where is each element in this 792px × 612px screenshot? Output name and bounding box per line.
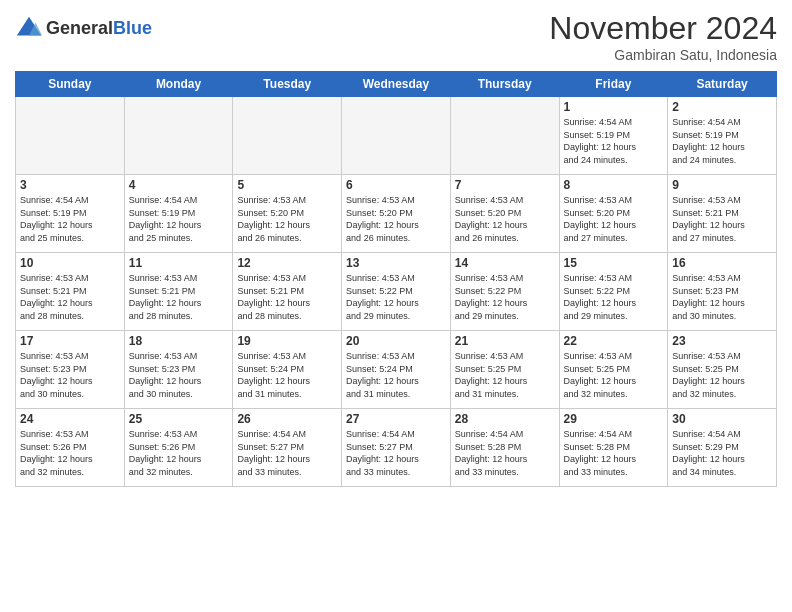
cell-info: and 29 minutes. bbox=[455, 310, 555, 323]
cell-info: Sunrise: 4:53 AM bbox=[564, 194, 664, 207]
day-number: 10 bbox=[20, 256, 120, 270]
day-number: 13 bbox=[346, 256, 446, 270]
cell-info: and 24 minutes. bbox=[672, 154, 772, 167]
logo: General Blue bbox=[15, 15, 152, 43]
cell-info: Daylight: 12 hours bbox=[672, 297, 772, 310]
cell-info: and 33 minutes. bbox=[346, 466, 446, 479]
header: General Blue November 2024 Gambiran Satu… bbox=[15, 10, 777, 63]
cell-info: and 32 minutes. bbox=[20, 466, 120, 479]
cell-info: Sunset: 5:23 PM bbox=[129, 363, 229, 376]
cell-info: Sunrise: 4:53 AM bbox=[455, 194, 555, 207]
cell-info: Sunset: 5:21 PM bbox=[20, 285, 120, 298]
week-row-5: 24Sunrise: 4:53 AMSunset: 5:26 PMDayligh… bbox=[16, 409, 777, 487]
cell-info: Sunset: 5:27 PM bbox=[237, 441, 337, 454]
cell-info: Daylight: 12 hours bbox=[346, 219, 446, 232]
cell-info: and 27 minutes. bbox=[672, 232, 772, 245]
cell-info: Daylight: 12 hours bbox=[20, 297, 120, 310]
cell-info: and 27 minutes. bbox=[564, 232, 664, 245]
cell-info: and 24 minutes. bbox=[564, 154, 664, 167]
weekday-header-thursday: Thursday bbox=[450, 72, 559, 97]
cell-info: and 26 minutes. bbox=[346, 232, 446, 245]
cell-info: Daylight: 12 hours bbox=[129, 375, 229, 388]
day-number: 29 bbox=[564, 412, 664, 426]
cell-info: Sunset: 5:21 PM bbox=[672, 207, 772, 220]
cell-info: Daylight: 12 hours bbox=[455, 297, 555, 310]
calendar-cell: 12Sunrise: 4:53 AMSunset: 5:21 PMDayligh… bbox=[233, 253, 342, 331]
cell-info: Daylight: 12 hours bbox=[346, 297, 446, 310]
cell-info: and 26 minutes. bbox=[237, 232, 337, 245]
cell-info: and 29 minutes. bbox=[564, 310, 664, 323]
cell-info: and 31 minutes. bbox=[237, 388, 337, 401]
cell-info: Daylight: 12 hours bbox=[129, 453, 229, 466]
logo-icon bbox=[15, 15, 43, 43]
cell-info: and 28 minutes. bbox=[20, 310, 120, 323]
cell-info: Sunrise: 4:53 AM bbox=[346, 272, 446, 285]
month-title: November 2024 bbox=[549, 10, 777, 47]
cell-info: Sunset: 5:28 PM bbox=[455, 441, 555, 454]
cell-info: Sunset: 5:21 PM bbox=[237, 285, 337, 298]
cell-info: Sunrise: 4:53 AM bbox=[20, 428, 120, 441]
week-row-1: 1Sunrise: 4:54 AMSunset: 5:19 PMDaylight… bbox=[16, 97, 777, 175]
cell-info: Sunset: 5:26 PM bbox=[20, 441, 120, 454]
cell-info: and 30 minutes. bbox=[20, 388, 120, 401]
calendar-cell: 6Sunrise: 4:53 AMSunset: 5:20 PMDaylight… bbox=[342, 175, 451, 253]
calendar-cell: 30Sunrise: 4:54 AMSunset: 5:29 PMDayligh… bbox=[668, 409, 777, 487]
cell-info: Sunset: 5:20 PM bbox=[237, 207, 337, 220]
cell-info: Daylight: 12 hours bbox=[672, 453, 772, 466]
cell-info: Sunrise: 4:53 AM bbox=[455, 272, 555, 285]
day-number: 21 bbox=[455, 334, 555, 348]
calendar-cell: 16Sunrise: 4:53 AMSunset: 5:23 PMDayligh… bbox=[668, 253, 777, 331]
calendar-cell: 11Sunrise: 4:53 AMSunset: 5:21 PMDayligh… bbox=[124, 253, 233, 331]
page-container: General Blue November 2024 Gambiran Satu… bbox=[0, 0, 792, 497]
calendar-cell: 22Sunrise: 4:53 AMSunset: 5:25 PMDayligh… bbox=[559, 331, 668, 409]
cell-info: Sunrise: 4:54 AM bbox=[564, 116, 664, 129]
cell-info: and 28 minutes. bbox=[129, 310, 229, 323]
cell-info: and 25 minutes. bbox=[129, 232, 229, 245]
cell-info: Daylight: 12 hours bbox=[20, 219, 120, 232]
cell-info: Sunrise: 4:53 AM bbox=[129, 428, 229, 441]
day-number: 12 bbox=[237, 256, 337, 270]
cell-info: Sunset: 5:21 PM bbox=[129, 285, 229, 298]
day-number: 4 bbox=[129, 178, 229, 192]
cell-info: and 34 minutes. bbox=[672, 466, 772, 479]
weekday-header-row: SundayMondayTuesdayWednesdayThursdayFrid… bbox=[16, 72, 777, 97]
day-number: 16 bbox=[672, 256, 772, 270]
cell-info: Sunset: 5:26 PM bbox=[129, 441, 229, 454]
cell-info: and 30 minutes. bbox=[672, 310, 772, 323]
day-number: 26 bbox=[237, 412, 337, 426]
calendar-cell: 19Sunrise: 4:53 AMSunset: 5:24 PMDayligh… bbox=[233, 331, 342, 409]
cell-info: Daylight: 12 hours bbox=[672, 141, 772, 154]
cell-info: and 33 minutes. bbox=[564, 466, 664, 479]
cell-info: Sunset: 5:25 PM bbox=[564, 363, 664, 376]
logo-blue: Blue bbox=[113, 19, 152, 39]
cell-info: and 32 minutes. bbox=[129, 466, 229, 479]
cell-info: Daylight: 12 hours bbox=[346, 375, 446, 388]
day-number: 15 bbox=[564, 256, 664, 270]
cell-info: Sunrise: 4:53 AM bbox=[564, 350, 664, 363]
day-number: 20 bbox=[346, 334, 446, 348]
weekday-header-monday: Monday bbox=[124, 72, 233, 97]
cell-info: Sunrise: 4:53 AM bbox=[129, 272, 229, 285]
calendar-cell: 1Sunrise: 4:54 AMSunset: 5:19 PMDaylight… bbox=[559, 97, 668, 175]
cell-info: and 32 minutes. bbox=[672, 388, 772, 401]
calendar-cell: 4Sunrise: 4:54 AMSunset: 5:19 PMDaylight… bbox=[124, 175, 233, 253]
day-number: 14 bbox=[455, 256, 555, 270]
calendar-cell: 25Sunrise: 4:53 AMSunset: 5:26 PMDayligh… bbox=[124, 409, 233, 487]
title-area: November 2024 Gambiran Satu, Indonesia bbox=[549, 10, 777, 63]
calendar-cell: 10Sunrise: 4:53 AMSunset: 5:21 PMDayligh… bbox=[16, 253, 125, 331]
cell-info: Sunrise: 4:53 AM bbox=[672, 350, 772, 363]
day-number: 27 bbox=[346, 412, 446, 426]
cell-info: Daylight: 12 hours bbox=[129, 219, 229, 232]
day-number: 2 bbox=[672, 100, 772, 114]
cell-info: Sunrise: 4:53 AM bbox=[237, 350, 337, 363]
weekday-header-wednesday: Wednesday bbox=[342, 72, 451, 97]
calendar-cell: 21Sunrise: 4:53 AMSunset: 5:25 PMDayligh… bbox=[450, 331, 559, 409]
day-number: 28 bbox=[455, 412, 555, 426]
cell-info: Daylight: 12 hours bbox=[564, 453, 664, 466]
cell-info: Sunset: 5:22 PM bbox=[564, 285, 664, 298]
cell-info: and 29 minutes. bbox=[346, 310, 446, 323]
calendar-cell: 18Sunrise: 4:53 AMSunset: 5:23 PMDayligh… bbox=[124, 331, 233, 409]
cell-info: Sunrise: 4:53 AM bbox=[237, 194, 337, 207]
week-row-3: 10Sunrise: 4:53 AMSunset: 5:21 PMDayligh… bbox=[16, 253, 777, 331]
cell-info: Sunset: 5:19 PM bbox=[564, 129, 664, 142]
